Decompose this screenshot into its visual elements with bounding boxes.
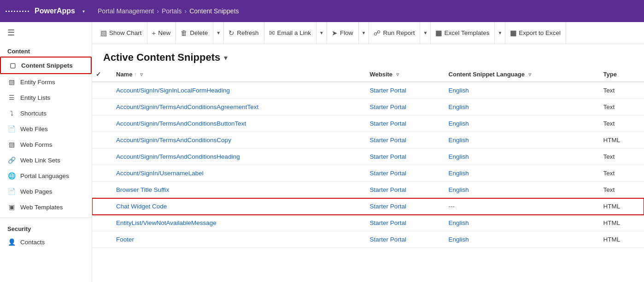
row-name-link[interactable]: Footer	[116, 236, 134, 243]
breadcrumb-portals[interactable]: Portals	[162, 7, 182, 15]
sidebar-item-label-entity-lists: Entity Lists	[20, 94, 50, 101]
row-checkbox[interactable]	[92, 215, 111, 231]
flow-button[interactable]: ➤ Flow	[327, 22, 358, 44]
breadcrumb-portal-management[interactable]: Portal Management	[98, 7, 154, 15]
toolbar-group-run-report: ☍ Run Report ▼	[369, 22, 431, 44]
excel-templates-button[interactable]: ▦ Excel Templates	[431, 22, 494, 44]
sidebar-item-shortcuts[interactable]: ⤵ Shortcuts	[0, 105, 92, 121]
sidebar-item-web-link-sets[interactable]: 🔗 Web Link Sets	[0, 152, 92, 168]
excel-templates-dropdown-caret[interactable]: ▼	[494, 22, 505, 44]
row-name-link[interactable]: Chat Widget Code	[116, 203, 167, 210]
col-header-language: Content Snippet Language ▿	[443, 67, 598, 82]
show-chart-button[interactable]: ▧ Show Chart	[96, 22, 147, 44]
row-language-link[interactable]: English	[449, 236, 469, 243]
check-all-header[interactable]: ✓	[92, 67, 111, 82]
row-language-link[interactable]: English	[449, 120, 469, 127]
row-website-link[interactable]: Starter Portal	[369, 203, 406, 210]
run-report-label: Run Report	[383, 29, 415, 36]
page-title-dropdown[interactable]: ▾	[224, 53, 228, 62]
row-language-link[interactable]: English	[449, 170, 469, 177]
row-website-link[interactable]: Starter Portal	[369, 236, 406, 243]
row-website-link[interactable]: Starter Portal	[369, 153, 406, 160]
sidebar-item-contacts[interactable]: 👤 Contacts	[0, 234, 92, 250]
row-language-link[interactable]: English	[449, 104, 469, 110]
row-checkbox[interactable]	[92, 82, 111, 99]
row-name-link[interactable]: Account/SignIn/UsernameLabel	[116, 170, 204, 177]
app-name[interactable]: PowerApps	[35, 7, 75, 15]
run-report-button[interactable]: ☍ Run Report	[369, 22, 420, 44]
file-icon: 📄	[7, 125, 16, 133]
row-language-link[interactable]: English	[449, 186, 469, 193]
row-website-link[interactable]: Starter Portal	[369, 219, 406, 226]
run-report-dropdown-caret[interactable]: ▼	[420, 22, 430, 44]
hamburger-menu[interactable]: ☰	[0, 22, 92, 43]
col-label-type: Type	[603, 71, 617, 78]
shortcut-icon: ⤵	[7, 109, 16, 117]
row-name-link[interactable]: Account/Signin/TermsAndConditionsHeading	[116, 153, 240, 160]
row-name-link[interactable]: Account/Signin/TermsAndConditionsButtonT…	[116, 120, 246, 127]
select-all-checkbox[interactable]: ✓	[96, 71, 101, 78]
sidebar-item-web-pages[interactable]: 📄 Web Pages	[0, 184, 92, 199]
row-checkbox[interactable]	[92, 132, 111, 149]
sidebar-item-web-files[interactable]: 📄 Web Files	[0, 121, 92, 137]
sidebar-item-label-web-templates: Web Templates	[20, 204, 63, 211]
refresh-button[interactable]: ↻ Refresh	[224, 22, 263, 44]
row-language-link[interactable]: English	[449, 153, 469, 160]
flow-icon: ➤	[332, 29, 338, 37]
row-website-link[interactable]: Starter Portal	[369, 87, 406, 94]
row-checkbox[interactable]	[92, 115, 111, 132]
sidebar-item-web-forms[interactable]: ▧ Web Forms	[0, 137, 92, 152]
col-sort-name[interactable]: Name ↑ ▿	[116, 71, 143, 78]
row-language-link[interactable]: English	[449, 87, 469, 94]
delete-icon: 🗑	[181, 29, 187, 37]
row-checkbox[interactable]	[92, 99, 111, 115]
row-language-link[interactable]: English	[449, 137, 469, 144]
row-language: English	[443, 182, 598, 198]
row-language-link[interactable]: English	[449, 219, 469, 226]
row-checkbox[interactable]	[92, 165, 111, 182]
row-name-link[interactable]: EntityList/ViewNotAvailableMessage	[116, 219, 217, 226]
show-chart-label: Show Chart	[109, 29, 142, 36]
toolbar-group-flow: ➤ Flow ▼	[327, 22, 369, 44]
row-name-link[interactable]: Browser Title Suffix	[116, 186, 169, 193]
flow-dropdown-caret[interactable]: ▼	[358, 22, 369, 44]
row-name-link[interactable]: Account/SignIn/SignInLocalFormHeading	[116, 87, 230, 94]
row-checkbox[interactable]	[92, 198, 111, 215]
waffle-menu[interactable]	[6, 11, 29, 12]
sidebar-item-entity-forms[interactable]: ▧ Entity Forms	[0, 74, 92, 90]
section-label-content: Content	[0, 43, 92, 57]
row-language: English	[443, 99, 598, 115]
row-name-link[interactable]: Account/Signin/TermsAndConditionsCopy	[116, 137, 231, 144]
delete-button[interactable]: 🗑 Delete	[176, 22, 213, 44]
row-website-link[interactable]: Starter Portal	[369, 120, 406, 127]
app-name-caret[interactable]: ▾	[82, 9, 85, 14]
email-link-dropdown-caret[interactable]: ▼	[316, 22, 327, 44]
row-name: Chat Widget Code	[111, 198, 364, 215]
row-website-link[interactable]: Starter Portal	[369, 186, 406, 193]
row-name-link[interactable]: Account/Signin/TermsAndConditionsAgreeme…	[116, 104, 258, 110]
row-checkbox[interactable]	[92, 231, 111, 248]
sidebar-item-web-templates[interactable]: ▣ Web Templates	[0, 199, 92, 215]
email-link-button[interactable]: ✉ Email a Link	[264, 22, 316, 44]
row-website-link[interactable]: Starter Portal	[369, 170, 406, 177]
sidebar-item-content-snippets[interactable]: ▢ Content Snippets	[0, 57, 92, 74]
delete-dropdown-caret[interactable]: ▼	[213, 22, 223, 44]
row-checkbox[interactable]	[92, 182, 111, 198]
row-website-link[interactable]: Starter Portal	[369, 104, 406, 110]
sidebar-item-portal-languages[interactable]: 🌐 Portal Languages	[0, 168, 92, 184]
export-to-excel-button[interactable]: ▦ Export to Excel	[505, 22, 566, 44]
sidebar-item-label-shortcuts: Shortcuts	[20, 110, 47, 117]
sidebar-item-entity-lists[interactable]: ☰ Entity Lists	[0, 90, 92, 105]
filter-icon-website[interactable]: ▿	[396, 71, 399, 78]
sidebar-item-label-portal-languages: Portal Languages	[20, 173, 69, 179]
sidebar-item-label-entity-forms: Entity Forms	[20, 79, 55, 86]
filter-icon-name[interactable]: ▿	[140, 71, 143, 78]
row-website: Starter Portal	[364, 82, 443, 99]
row-language: English	[443, 82, 598, 99]
sort-icon-name[interactable]: ↑	[134, 72, 136, 77]
new-button[interactable]: + New	[147, 22, 176, 44]
row-website-link[interactable]: Starter Portal	[369, 137, 406, 144]
filter-icon-language[interactable]: ▿	[528, 71, 531, 78]
row-checkbox[interactable]	[92, 149, 111, 165]
table-row: EntityList/ViewNotAvailableMessageStarte…	[92, 215, 644, 231]
